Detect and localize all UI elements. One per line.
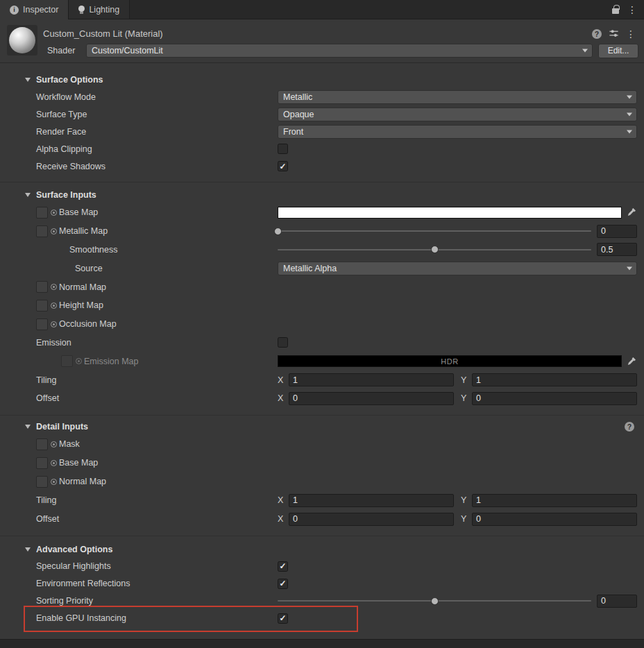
normal-map-label: Normal Map (59, 282, 106, 292)
inspector-content: Surface Options Workflow Mode Metallic S… (0, 71, 644, 627)
material-title: Custom_Custom Lit (Material) (43, 28, 163, 39)
slider-knob[interactable] (431, 597, 439, 605)
smoothness-source-row: Source Metallic Alpha (0, 259, 644, 278)
dropdown-value: Front (283, 127, 303, 137)
environment-reflections-checkbox[interactable] (278, 579, 288, 589)
offset-x-field[interactable] (289, 392, 454, 405)
environment-reflections-label: Environment Reflections (0, 579, 278, 588)
sorting-priority-value-field[interactable] (597, 595, 637, 608)
sorting-priority-slider[interactable] (278, 596, 591, 606)
section-title: Advanced Options (36, 545, 112, 554)
tiling-x-field[interactable] (289, 373, 454, 386)
edit-shader-button[interactable]: Edit... (598, 44, 638, 58)
object-picker-icon[interactable] (51, 460, 57, 466)
specular-highlights-checkbox[interactable] (278, 561, 288, 572)
object-picker-icon[interactable] (51, 321, 57, 327)
foldout-icon (25, 193, 31, 197)
normal-map-texture-slot[interactable] (36, 281, 48, 293)
y-axis-label: Y (461, 495, 472, 505)
detail-normal-map-row: Normal Map (0, 472, 644, 491)
emission-map-texture-slot[interactable] (61, 355, 73, 367)
smoothness-slider[interactable] (278, 245, 591, 255)
workflow-mode-dropdown[interactable]: Metallic (278, 90, 637, 104)
height-map-texture-slot[interactable] (36, 300, 48, 312)
detail-base-map-row: Base Map (0, 454, 644, 472)
smoothness-value-field[interactable] (597, 243, 637, 256)
material-preview[interactable] (7, 25, 37, 56)
height-map-label: Height Map (59, 300, 103, 310)
offset-y-field[interactable] (472, 392, 637, 405)
alpha-clipping-row: Alpha Clipping (0, 140, 644, 157)
mask-texture-slot[interactable] (36, 438, 48, 450)
detail-tiling-y-field[interactable] (472, 494, 637, 507)
menu-icon[interactable]: ⋮ (626, 29, 636, 39)
object-picker-icon[interactable] (51, 228, 57, 235)
smoothness-source-dropdown[interactable]: Metallic Alpha (278, 262, 637, 275)
detail-base-map-texture-slot[interactable] (36, 457, 48, 469)
receive-shadows-checkbox[interactable] (278, 161, 288, 171)
smoothness-label: Smoothness (0, 245, 278, 255)
lightbulb-icon (78, 6, 85, 12)
metallic-map-texture-slot[interactable] (36, 225, 48, 237)
surface-inputs-header[interactable]: Surface Inputs (0, 187, 644, 203)
dropdown-value: Opaque (283, 110, 314, 119)
enable-gpu-instancing-checkbox[interactable] (278, 613, 288, 624)
section-title: Surface Options (36, 75, 103, 85)
help-icon[interactable]: ? (592, 29, 602, 39)
surface-type-dropdown[interactable]: Opaque (278, 108, 637, 121)
help-icon[interactable]: ? (625, 422, 634, 432)
occlusion-map-texture-slot[interactable] (36, 318, 48, 330)
sorting-priority-row: Sorting Priority (0, 592, 644, 610)
surface-type-row: Surface Type Opaque (0, 105, 644, 123)
render-face-label: Render Face (0, 127, 278, 137)
object-picker-icon[interactable] (51, 479, 57, 485)
emission-color-swatch[interactable]: HDR (278, 355, 622, 367)
object-picker-icon[interactable] (51, 441, 57, 447)
metallic-slider[interactable] (278, 226, 591, 236)
material-preview-sphere (9, 27, 35, 53)
object-picker-icon[interactable] (51, 302, 57, 309)
detail-inputs-header[interactable]: Detail Inputs ? (0, 418, 644, 435)
alpha-clipping-checkbox[interactable] (278, 144, 288, 154)
section-detail-inputs: Detail Inputs ? Mask Base Map Normal (0, 415, 644, 529)
emission-label: Emission (0, 338, 278, 348)
detail-tiling-x-field[interactable] (289, 494, 454, 507)
base-map-row: Base Map (0, 203, 644, 222)
tiling-label: Tiling (0, 375, 278, 385)
object-picker-icon[interactable] (51, 210, 57, 216)
height-map-row: Height Map (0, 296, 644, 315)
base-map-texture-slot[interactable] (36, 207, 48, 219)
detail-offset-x-field[interactable] (289, 513, 454, 526)
emission-checkbox[interactable] (278, 337, 288, 348)
eyedropper-icon[interactable] (626, 207, 637, 218)
shader-dropdown[interactable]: Custom/CustomLit (86, 44, 593, 58)
dropdown-value: Metallic (283, 92, 312, 102)
surface-options-header[interactable]: Surface Options (0, 71, 644, 88)
metallic-value-field[interactable] (597, 225, 637, 238)
chevron-down-icon (627, 112, 632, 116)
slider-knob[interactable] (431, 246, 439, 253)
tab-label: Inspector (23, 5, 58, 15)
object-picker-icon[interactable] (76, 358, 82, 364)
menu-icon[interactable]: ⋮ (627, 5, 637, 15)
tiling-y-field[interactable] (472, 373, 637, 386)
detail-normal-map-label: Normal Map (59, 477, 106, 486)
presets-icon[interactable] (609, 28, 619, 39)
slider-knob[interactable] (274, 228, 282, 235)
advanced-options-header[interactable]: Advanced Options (0, 541, 644, 558)
chevron-down-icon (627, 266, 632, 270)
x-axis-label: X (278, 375, 289, 385)
sorting-priority-label: Sorting Priority (0, 596, 278, 606)
tab-inspector[interactable]: i Inspector (0, 0, 69, 19)
occlusion-map-row: Occlusion Map (0, 315, 644, 334)
object-picker-icon[interactable] (51, 284, 57, 290)
lock-icon[interactable] (612, 8, 619, 14)
tab-lighting[interactable]: Lighting (69, 0, 130, 19)
detail-offset-y-field[interactable] (472, 513, 637, 526)
render-face-dropdown[interactable]: Front (278, 125, 637, 139)
smoothness-row: Smoothness (0, 241, 644, 259)
detail-normal-map-texture-slot[interactable] (36, 476, 48, 488)
base-color-swatch[interactable] (278, 207, 622, 219)
eyedropper-icon[interactable] (626, 356, 637, 367)
specular-highlights-label: Specular Highlights (0, 561, 278, 571)
